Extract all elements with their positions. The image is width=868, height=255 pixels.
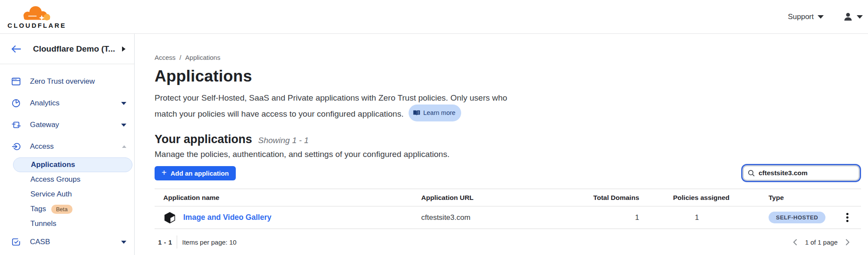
top-header: CLOUDFLARE Support (0, 0, 868, 34)
sidebar-item-label: CASB (30, 238, 121, 246)
main-content: Access / Applications Applications Prote… (135, 34, 868, 255)
beta-badge: Beta (51, 205, 73, 214)
support-label: Support (788, 13, 814, 21)
cloudflare-cloud-icon (16, 5, 58, 21)
total-domains-value: 1 (564, 213, 660, 222)
sidebar-item-gateway[interactable]: Gateway (0, 114, 134, 136)
description-line-1: Protect your Self-Hosted, SaaS and Priva… (155, 93, 507, 102)
add-application-button[interactable]: + Add an application (155, 166, 236, 180)
sidebar: Cloudflare Demo (T... Zero Trust overvie… (0, 34, 135, 255)
sidebar-subitem-label: Applications (31, 160, 75, 169)
add-application-label: Add an application (171, 170, 229, 177)
application-link[interactable]: Image and Video Gallery (183, 213, 271, 222)
cloudflare-logo: CLOUDFLARE (8, 5, 66, 29)
applications-table: Application name Application URL Total D… (155, 189, 861, 229)
application-cube-icon (163, 211, 176, 224)
divider (177, 235, 177, 248)
sidebar-nav: Zero Trust overview Analytics (0, 64, 134, 253)
sidebar-item-label: Access (30, 142, 122, 151)
sidebar-subitem-label: Access Groups (30, 175, 80, 184)
description-line-2: match your policies will have access to … (155, 109, 403, 118)
back-arrow-icon[interactable] (11, 45, 21, 53)
previous-page-button[interactable] (792, 239, 798, 246)
table-row: Image and Video Gallery cftestsite3.com … (155, 206, 861, 229)
sidebar-item-access-groups[interactable]: Access Groups (0, 172, 134, 187)
sidebar-item-casb[interactable]: CASB (0, 231, 134, 253)
col-total-domains: Total Domains (564, 194, 660, 202)
breadcrumb-access[interactable]: Access (155, 54, 175, 61)
sidebar-subitem-label: Tags (30, 205, 46, 213)
support-menu[interactable]: Support (788, 13, 824, 21)
sidebar-item-label: Gateway (30, 121, 121, 129)
sidebar-item-applications[interactable]: Applications (13, 157, 132, 172)
gateway-icon (11, 120, 21, 130)
policies-assigned-value: 1 (660, 213, 734, 222)
sidebar-item-label: Analytics (30, 99, 121, 108)
kebab-icon (846, 213, 848, 215)
type-badge: SELF-HOSTED (769, 212, 825, 223)
search-input[interactable] (759, 169, 855, 177)
pagination: 1 - 1 Items per page: 10 1 of 1 page (155, 235, 861, 248)
section-title: Your applications (155, 133, 252, 146)
chevron-down-icon (818, 15, 824, 19)
items-per-page: Items per page: 10 (182, 239, 237, 246)
sidebar-subitem-label: Tunnels (30, 219, 56, 228)
showing-count: Showing 1 - 1 (258, 136, 309, 145)
sidebar-item-zero-trust-overview[interactable]: Zero Trust overview (0, 71, 134, 92)
table-header-row: Application name Application URL Total D… (155, 189, 861, 206)
next-page-button[interactable] (845, 239, 851, 246)
search-box (743, 166, 859, 180)
window-icon (11, 77, 21, 86)
results-range: 1 - 1 (158, 239, 172, 246)
breadcrumb-separator: / (179, 54, 181, 61)
sidebar-item-service-auth[interactable]: Service Auth (0, 187, 134, 202)
account-name: Cloudflare Demo (T... (33, 44, 122, 54)
pie-chart-icon (11, 98, 21, 108)
sidebar-subitem-label: Service Auth (30, 190, 72, 199)
application-url: cftestsite3.com (421, 213, 564, 222)
user-avatar-icon (843, 12, 853, 22)
sidebar-item-access[interactable]: Access (0, 136, 134, 157)
access-arrow-icon (11, 142, 21, 151)
learn-more-label: Learn more (423, 106, 455, 119)
page-description: Protect your Self-Hosted, SaaS and Priva… (155, 92, 861, 121)
row-actions-menu[interactable] (843, 211, 852, 224)
sidebar-item-tunnels[interactable]: Tunnels (0, 216, 134, 231)
chevron-down-icon (121, 241, 126, 244)
learn-more-button[interactable]: Learn more (409, 105, 461, 121)
account-header: Cloudflare Demo (T... (0, 34, 134, 64)
breadcrumb-applications[interactable]: Applications (185, 54, 221, 61)
section-description: Manage the policies, authentication, and… (155, 150, 861, 159)
account-expand-icon[interactable] (122, 46, 125, 52)
page-indicator: 1 of 1 page (805, 239, 838, 246)
cloudflare-wordmark: CLOUDFLARE (7, 22, 66, 29)
plus-icon: + (162, 168, 167, 177)
col-policies-assigned: Policies assigned (660, 194, 734, 202)
sidebar-item-tags[interactable]: Tags Beta (0, 202, 134, 216)
chevron-down-icon (121, 124, 126, 127)
book-icon (413, 110, 420, 116)
breadcrumb: Access / Applications (155, 54, 861, 61)
user-menu[interactable] (843, 12, 863, 22)
col-type: Type (734, 194, 834, 202)
sidebar-item-label: Zero Trust overview (30, 77, 126, 86)
page-title: Applications (155, 67, 861, 85)
col-application-name: Application name (155, 194, 421, 202)
casb-check-icon (11, 237, 21, 247)
chevron-down-icon (857, 15, 863, 19)
chevron-up-icon (122, 145, 126, 148)
search-icon (748, 170, 755, 177)
sidebar-item-analytics[interactable]: Analytics (0, 92, 134, 114)
chevron-down-icon (121, 102, 126, 105)
col-application-url: Application URL (421, 194, 564, 202)
